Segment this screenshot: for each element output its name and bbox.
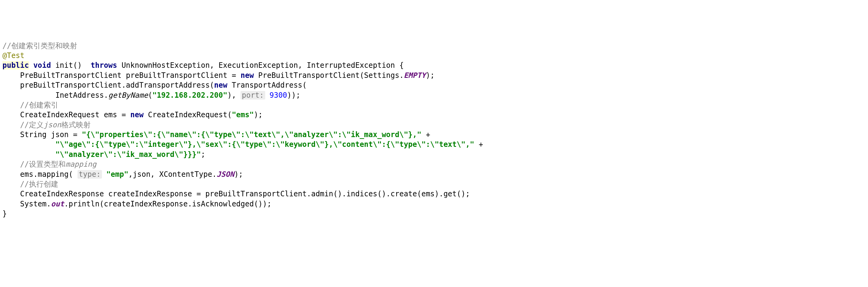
token-plain: ,json, XContentType. xyxy=(128,170,217,179)
code-line[interactable]: //创建索引类型和映射 xyxy=(2,41,866,51)
token-keyword: new xyxy=(130,111,144,119)
token-plain: String json = xyxy=(20,131,82,139)
keyword-void: void xyxy=(33,61,51,69)
code-line[interactable]: //创建索引 xyxy=(2,100,866,110)
annotation-text: @Test xyxy=(2,51,24,60)
token-string: "emp" xyxy=(106,170,128,179)
code-line[interactable]: ems.mapping( type: "emp",json, XContentT… xyxy=(2,169,866,179)
token-plain: TransportAddress( xyxy=(227,81,307,89)
code-line[interactable]: //执行创建 xyxy=(2,179,866,189)
code-editor[interactable]: //创建索引类型和映射@Testpublic void init() throw… xyxy=(2,41,866,219)
token-plain: PreBuiltTransportClient preBuiltTranspor… xyxy=(20,71,241,80)
comment-text: //创建索引类型和映射 xyxy=(2,41,77,50)
comment-italic-text: json xyxy=(44,121,61,129)
token-static-field: JSON xyxy=(217,170,235,179)
token-plain: + xyxy=(474,140,483,149)
code-line[interactable]: public void init() throws UnknownHostExc… xyxy=(2,60,866,70)
token-plain: ), xyxy=(227,91,241,99)
method-name: init() xyxy=(51,61,91,69)
token-plain xyxy=(265,91,270,99)
comment-italic-text: mapping xyxy=(66,160,96,169)
code-line[interactable]: preBuiltTransportClient.addTransportAddr… xyxy=(2,80,866,90)
exceptions-list: UnknownHostException, ExecutionException… xyxy=(117,61,404,69)
comment-text: //定义 xyxy=(20,121,44,129)
token-plain: ( xyxy=(148,91,152,99)
code-line[interactable]: //设置类型和mapping xyxy=(2,160,866,169)
token-plain: preBuiltTransportClient.addTransportAddr… xyxy=(20,81,214,89)
code-line[interactable]: CreateIndexResponse createIndexResponse … xyxy=(2,189,866,199)
comment-text: //设置类型和 xyxy=(20,160,66,169)
token-param-hint: type: xyxy=(78,170,102,179)
token-plain: ems.mapping( xyxy=(20,170,78,179)
token-param-hint: port: xyxy=(241,91,265,99)
code-line[interactable]: //定义json格式映射 xyxy=(2,120,866,130)
token-plain: .println(createIndexResponse.isAcknowled… xyxy=(64,200,271,208)
token-string: "{\"properties\":{\"name\":{\"type\":\"t… xyxy=(82,131,422,139)
token-plain: ); xyxy=(426,71,435,80)
comment-text: //创建索引 xyxy=(20,101,58,109)
token-plain: System. xyxy=(20,200,51,208)
token-string: "\"age\":{\"type\":\"integer\"},\"sex\":… xyxy=(55,140,474,149)
comment-text: 格式映射 xyxy=(61,121,91,129)
token-static-field: out xyxy=(51,200,64,208)
keyword-throws: throws xyxy=(91,61,117,69)
code-line[interactable]: CreateIndexRequest ems = new CreateIndex… xyxy=(2,110,866,120)
code-line[interactable]: InetAddress.getByName("192.168.202.200")… xyxy=(2,90,866,100)
token-plain: CreateIndexResponse createIndexResponse … xyxy=(20,190,470,198)
code-line[interactable]: } xyxy=(2,209,866,219)
code-line[interactable]: String json = "{\"properties\":{\"name\"… xyxy=(2,130,866,140)
token-plain: ; xyxy=(201,150,205,159)
token-keyword: new xyxy=(214,81,227,89)
token-plain: ); xyxy=(254,111,263,119)
code-line[interactable]: PreBuiltTransportClient preBuiltTranspor… xyxy=(2,70,866,80)
comment-text: //执行创建 xyxy=(20,180,58,189)
token-plain: InetAddress. xyxy=(55,91,108,99)
plain-text: } xyxy=(2,209,7,218)
token-number: 9300 xyxy=(270,91,287,99)
token-plain: CreateIndexRequest ems = xyxy=(20,111,130,119)
code-line[interactable]: "\"age\":{\"type\":\"integer\"},\"sex\":… xyxy=(2,140,866,149)
token-plain: + xyxy=(422,131,430,139)
token-static-field: EMPTY xyxy=(404,71,426,80)
code-line[interactable]: System.out.println(createIndexResponse.i… xyxy=(2,199,866,209)
token-plain: ); xyxy=(234,170,243,179)
keyword-public: public xyxy=(2,61,29,69)
token-string: "ems" xyxy=(231,111,254,119)
token-string: "192.168.202.200" xyxy=(152,91,227,99)
token-static-method: getByName xyxy=(108,91,148,99)
token-plain: )); xyxy=(287,91,300,99)
token-string: "\"analyzer\":\"ik_max_word\"}}}" xyxy=(55,150,201,159)
token-keyword: new xyxy=(241,71,254,80)
code-line[interactable]: "\"analyzer\":\"ik_max_word\"}}}"; xyxy=(2,150,866,160)
token-plain: CreateIndexRequest( xyxy=(144,111,231,119)
token-plain: PreBuiltTransportClient(Settings. xyxy=(254,71,404,80)
token-plain xyxy=(102,170,106,179)
code-line[interactable]: @Test xyxy=(2,51,866,60)
